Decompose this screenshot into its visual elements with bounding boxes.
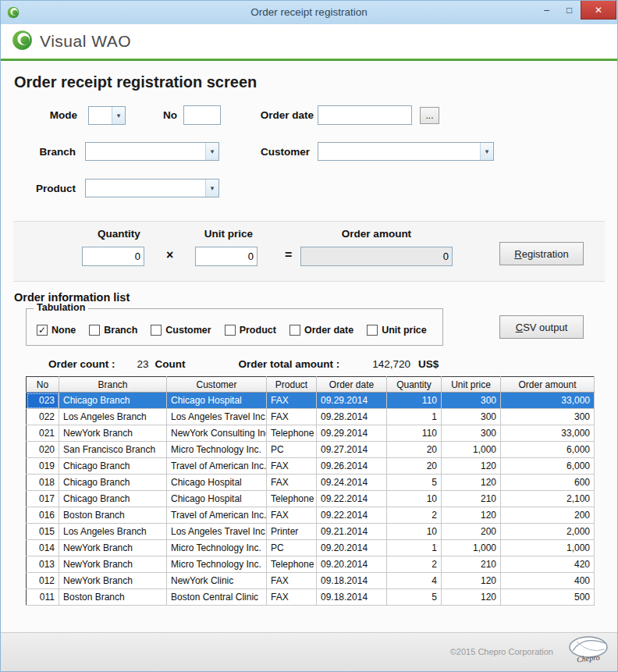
checkbox-customer[interactable]: Customer (151, 325, 211, 336)
cell-customer[interactable]: Los Angeles Travel Inc. (167, 524, 267, 540)
cell-branch[interactable]: NewYork Branch (59, 540, 167, 556)
checkbox-unchecked-icon[interactable] (289, 325, 300, 336)
cell-customer[interactable]: Travel of American Inc. (167, 507, 267, 524)
column-header-branch[interactable]: Branch (59, 377, 167, 393)
column-header-unit-price[interactable]: Unit price (442, 377, 501, 393)
table-row[interactable]: 011Boston BranchBoston Central ClinicFAX… (27, 589, 595, 606)
chevron-down-icon[interactable]: ▾ (205, 143, 218, 160)
cell-unit-price[interactable]: 210 (442, 556, 501, 573)
cell-order-date[interactable]: 09.29.2014 (317, 425, 387, 442)
chevron-down-icon[interactable]: ▾ (480, 143, 493, 160)
cell-unit-price[interactable]: 1,000 (442, 540, 501, 556)
cell-product[interactable]: PC (267, 540, 317, 556)
chevron-down-icon[interactable]: ▾ (205, 180, 218, 197)
cell-no[interactable]: 011 (27, 589, 59, 606)
cell-branch[interactable]: Chicago Branch (59, 475, 167, 491)
cell-branch[interactable]: Chicago Branch (59, 393, 167, 409)
csv-output-button[interactable]: CSV output (499, 315, 584, 339)
cell-product[interactable]: Telephone (267, 491, 317, 507)
cell-branch[interactable]: NewYork Branch (59, 556, 167, 573)
cell-customer[interactable]: Travel of American Inc. (167, 458, 267, 475)
cell-unit-price[interactable]: 300 (442, 425, 501, 442)
cell-no[interactable]: 021 (27, 425, 59, 442)
table-row[interactable]: 020San Francisco BranchMicro Technology … (27, 442, 595, 458)
cell-order-amount[interactable]: 600 (501, 475, 595, 491)
cell-customer[interactable]: NewYork Clinic (167, 573, 267, 589)
cell-order-amount[interactable]: 6,000 (501, 458, 595, 475)
checkbox-unit-price[interactable]: Unit price (367, 325, 427, 336)
cell-order-date[interactable]: 09.20.2014 (317, 556, 387, 573)
cell-no[interactable]: 022 (27, 409, 59, 425)
cell-no[interactable]: 020 (27, 442, 59, 458)
cell-customer[interactable]: NewYork Consulting Inc. (167, 425, 267, 442)
cell-product[interactable]: PC (267, 442, 317, 458)
cell-order-date[interactable]: 09.20.2014 (317, 540, 387, 556)
cell-no[interactable]: 018 (27, 475, 59, 491)
cell-unit-price[interactable]: 120 (442, 573, 501, 589)
cell-quantity[interactable]: 110 (387, 425, 442, 442)
branch-select[interactable]: ▾ (85, 142, 219, 161)
table-row[interactable]: 019Chicago BranchTravel of American Inc.… (27, 458, 595, 475)
cell-product[interactable]: FAX (267, 393, 317, 409)
cell-no[interactable]: 016 (27, 507, 59, 524)
table-row[interactable]: 017Chicago BranchChicago HospitalTelepho… (27, 491, 595, 507)
cell-unit-price[interactable]: 210 (442, 491, 501, 507)
product-select[interactable]: ▾ (85, 179, 219, 197)
cell-quantity[interactable]: 2 (387, 556, 442, 573)
cell-unit-price[interactable]: 120 (442, 507, 501, 524)
checkbox-unchecked-icon[interactable] (225, 325, 236, 336)
cell-no[interactable]: 023 (27, 393, 59, 409)
cell-unit-price[interactable]: 200 (442, 524, 501, 540)
column-header-quantity[interactable]: Quantity (387, 377, 442, 393)
cell-branch[interactable]: Boston Branch (59, 589, 167, 606)
cell-no[interactable]: 015 (27, 524, 59, 540)
cell-order-amount[interactable]: 300 (501, 409, 595, 425)
cell-order-amount[interactable]: 1,000 (501, 540, 595, 556)
mode-select[interactable]: ▾ (88, 106, 126, 125)
cell-branch[interactable]: Chicago Branch (59, 491, 167, 507)
table-row[interactable]: 023Chicago BranchChicago HospitalFAX09.2… (27, 393, 595, 409)
date-browse-button[interactable]: ... (420, 107, 439, 124)
cell-product[interactable]: FAX (267, 589, 317, 606)
column-header-order-amount[interactable]: Order amount (501, 377, 595, 393)
cell-product[interactable]: Telephone (267, 556, 317, 573)
cell-customer[interactable]: Chicago Hospital (167, 475, 267, 491)
cell-order-amount[interactable]: 420 (501, 556, 595, 573)
cell-quantity[interactable]: 20 (387, 458, 442, 475)
column-header-no[interactable]: No (27, 377, 59, 393)
column-header-order-date[interactable]: Order date (317, 377, 387, 393)
cell-no[interactable]: 017 (27, 491, 59, 507)
table-row[interactable]: 018Chicago BranchChicago HospitalFAX09.2… (27, 475, 595, 491)
column-header-customer[interactable]: Customer (167, 377, 267, 393)
table-row[interactable]: 016Boston BranchTravel of American Inc.F… (27, 507, 595, 524)
unit-price-input[interactable] (195, 247, 258, 266)
cell-product[interactable]: Telephone (267, 425, 317, 442)
cell-order-amount[interactable]: 500 (501, 589, 595, 606)
checkbox-order-date[interactable]: Order date (289, 325, 353, 336)
cell-order-amount[interactable]: 2,100 (501, 491, 595, 507)
cell-quantity[interactable]: 1 (387, 540, 442, 556)
cell-quantity[interactable]: 5 (387, 475, 442, 491)
cell-unit-price[interactable]: 120 (442, 458, 501, 475)
cell-order-date[interactable]: 09.29.2014 (317, 393, 387, 409)
cell-product[interactable]: Printer (267, 524, 317, 540)
cell-order-date[interactable]: 09.27.2014 (317, 442, 387, 458)
cell-customer[interactable]: Los Angeles Travel Inc. (167, 409, 267, 425)
cell-no[interactable]: 013 (27, 556, 59, 573)
cell-product[interactable]: FAX (267, 409, 317, 425)
cell-branch[interactable]: Chicago Branch (59, 458, 167, 475)
cell-product[interactable]: FAX (267, 475, 317, 491)
titlebar[interactable]: Order receipt registration – □ ✕ (1, 1, 617, 24)
table-row[interactable]: 021NewYork BranchNewYork Consulting Inc.… (27, 425, 595, 442)
checkbox-unchecked-icon[interactable] (367, 325, 378, 336)
table-row[interactable]: 013NewYork BranchMicro Technology Inc.Te… (27, 556, 595, 573)
cell-order-date[interactable]: 09.26.2014 (317, 458, 387, 475)
cell-customer[interactable]: Micro Technology Inc. (167, 556, 267, 573)
cell-no[interactable]: 019 (27, 458, 59, 475)
cell-order-date[interactable]: 09.28.2014 (317, 409, 387, 425)
cell-order-date[interactable]: 09.18.2014 (317, 573, 387, 589)
cell-order-date[interactable]: 09.18.2014 (317, 589, 387, 606)
cell-no[interactable]: 012 (27, 573, 59, 589)
cell-order-date[interactable]: 09.22.2014 (317, 491, 387, 507)
cell-quantity[interactable]: 4 (387, 573, 442, 589)
